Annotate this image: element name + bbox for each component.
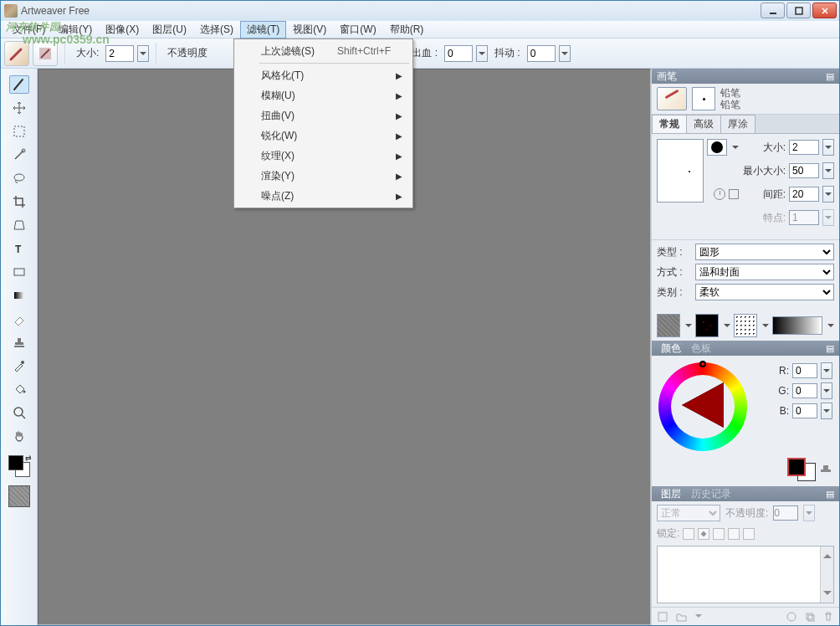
eraser-tool[interactable]: [9, 310, 29, 328]
stamp-icon[interactable]: [819, 463, 832, 476]
close-button[interactable]: [812, 3, 837, 18]
menu-edit[interactable]: 编辑(Y): [52, 21, 99, 38]
panel-menu-icon[interactable]: ▤: [826, 343, 834, 354]
menu-filter[interactable]: 滤镜(T): [240, 21, 286, 38]
brush-shape-icon[interactable]: [707, 139, 727, 156]
lasso-tool[interactable]: [9, 169, 29, 187]
zoom-tool[interactable]: [9, 403, 29, 422]
delete-icon[interactable]: [822, 611, 834, 623]
bucket-tool[interactable]: [9, 380, 29, 398]
menu-item-last-filter[interactable]: 上次滤镜(S) Shift+Ctrl+F: [236, 41, 411, 61]
chevron-down-icon[interactable]: [826, 320, 834, 331]
brush-preset-button[interactable]: [4, 41, 29, 66]
tab-thick[interactable]: 厚涂: [720, 115, 755, 133]
menu-item-noise[interactable]: 噪点(Z)▶: [236, 186, 411, 206]
fg-bg-swatch[interactable]: [787, 458, 816, 481]
swap-colors-icon[interactable]: ⇄: [25, 454, 32, 462]
tab-color[interactable]: 颜色: [657, 341, 685, 357]
panel-menu-icon[interactable]: ▤: [826, 489, 834, 500]
foreground-color[interactable]: [8, 455, 23, 470]
panel-menu-icon[interactable]: ▤: [826, 71, 834, 82]
tab-palette[interactable]: 色板: [687, 341, 715, 357]
color-swatch[interactable]: ⇄: [8, 455, 30, 477]
brush-minsize-input[interactable]: [789, 163, 819, 178]
menu-select[interactable]: 选择(S): [193, 21, 240, 38]
mask-icon[interactable]: [786, 611, 797, 623]
jitter-dropdown[interactable]: [559, 45, 571, 62]
menu-item-distort[interactable]: 扭曲(V)▶: [236, 105, 411, 126]
chevron-down-icon[interactable]: [694, 611, 702, 623]
eyedropper-tool[interactable]: [9, 357, 29, 375]
hue-marker[interactable]: [699, 361, 706, 367]
clock-icon[interactable]: [714, 188, 725, 200]
brush-tip-button[interactable]: [33, 41, 58, 66]
layer-list[interactable]: [657, 546, 834, 603]
group-icon[interactable]: [675, 611, 687, 623]
menu-layer[interactable]: 图层(U): [146, 21, 193, 38]
move-tool[interactable]: [9, 99, 29, 117]
menu-item-stylize[interactable]: 风格化(T)▶: [236, 65, 411, 85]
brush-category-select[interactable]: 柔软: [695, 284, 834, 300]
gradient-swatch[interactable]: [772, 316, 822, 335]
bleed-dropdown[interactable]: [476, 45, 488, 62]
maximize-button[interactable]: [786, 3, 811, 18]
tab-general[interactable]: 常规: [652, 115, 687, 133]
pattern-swatch[interactable]: [695, 314, 719, 337]
menu-item-sharpen[interactable]: 锐化(W)▶: [236, 126, 411, 146]
crop-tool[interactable]: [9, 192, 29, 211]
brush-preview[interactable]: [657, 87, 687, 110]
tab-history[interactable]: 历史记录: [687, 486, 735, 502]
new-layer-icon[interactable]: [657, 611, 668, 623]
chevron-down-icon[interactable]: [722, 320, 730, 331]
menu-file[interactable]: 文件(F): [6, 21, 52, 38]
menu-item-texture[interactable]: 纹理(X)▶: [236, 146, 411, 166]
shape-tool[interactable]: [9, 263, 29, 281]
size-dropdown[interactable]: [137, 45, 149, 62]
stamp-tool[interactable]: [9, 333, 29, 351]
menu-item-render[interactable]: 渲染(Y)▶: [236, 166, 411, 186]
tab-layers[interactable]: 图层: [657, 486, 685, 502]
r-input[interactable]: [792, 363, 817, 378]
minsize-stepper[interactable]: [822, 162, 834, 179]
scrollbar[interactable]: [820, 546, 833, 603]
color-wheel[interactable]: [658, 362, 747, 451]
menu-help[interactable]: 帮助(R): [383, 21, 431, 38]
brush-type-select[interactable]: 圆形: [695, 244, 834, 260]
g-stepper[interactable]: [821, 382, 832, 399]
size-stepper[interactable]: [822, 139, 834, 156]
size-input[interactable]: [105, 45, 134, 62]
b-input[interactable]: [792, 403, 817, 418]
brush-size-input[interactable]: [789, 140, 819, 155]
duplicate-icon[interactable]: [804, 611, 816, 623]
brush-tool[interactable]: [9, 75, 29, 94]
brush-tip-preview[interactable]: [692, 87, 715, 110]
bleed-input[interactable]: [444, 45, 473, 62]
wand-tool[interactable]: [9, 146, 29, 164]
square-icon[interactable]: [729, 189, 739, 199]
paper-swatch[interactable]: [657, 314, 680, 337]
menu-view[interactable]: 视图(V): [286, 21, 333, 38]
tab-advanced[interactable]: 高级: [686, 115, 721, 133]
menu-item-blur[interactable]: 模糊(U)▶: [236, 85, 411, 105]
paper-texture-swatch[interactable]: [8, 485, 30, 507]
saturation-triangle[interactable]: [682, 382, 724, 428]
perspective-tool[interactable]: [9, 216, 29, 234]
brush-spacing-input[interactable]: [789, 187, 819, 202]
g-input[interactable]: [792, 383, 817, 398]
minimize-button[interactable]: [761, 3, 785, 18]
menu-window[interactable]: 窗口(W): [333, 21, 382, 38]
hand-tool[interactable]: [9, 427, 29, 445]
brush-method-select[interactable]: 温和封面: [695, 264, 834, 280]
chevron-down-icon[interactable]: [730, 141, 739, 153]
nozzle-swatch[interactable]: [734, 314, 757, 337]
r-stepper[interactable]: [821, 362, 832, 379]
menu-image[interactable]: 图像(X): [99, 21, 146, 38]
b-stepper[interactable]: [821, 403, 832, 419]
text-tool[interactable]: T: [9, 239, 29, 258]
jitter-input[interactable]: [527, 45, 556, 62]
spacing-stepper[interactable]: [822, 186, 834, 203]
chevron-down-icon[interactable]: [761, 320, 769, 331]
gradient-tool[interactable]: [9, 286, 29, 305]
marquee-tool[interactable]: [9, 122, 29, 141]
chevron-down-icon[interactable]: [684, 320, 692, 331]
